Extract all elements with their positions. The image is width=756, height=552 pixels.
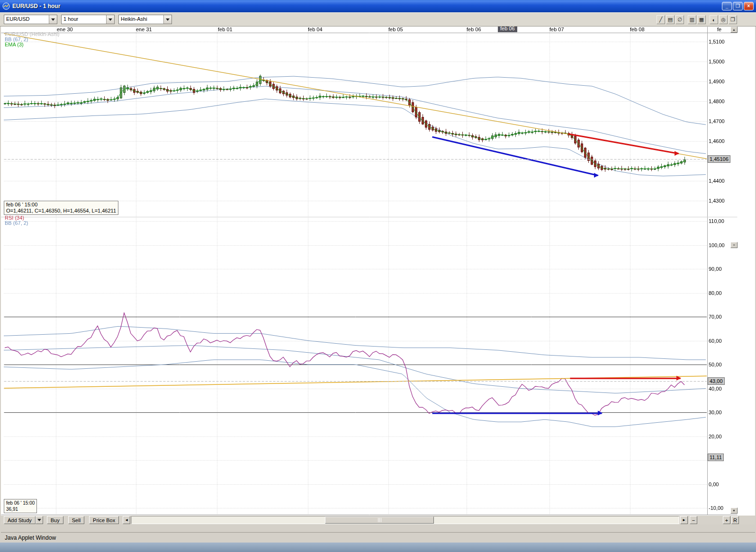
minimize-button[interactable]: _ [722, 2, 732, 10]
main-toolbar: EUR/USD 1 hour Heikin-Ashi ╱▤∅▥▦◐◎❐ [0, 12, 756, 27]
date-label: feb 04 [308, 27, 323, 32]
hline-draw-tool[interactable]: ▤ [666, 15, 675, 24]
zoom-out-button[interactable]: − [690, 516, 697, 524]
price-tick-label: 1,5000 [709, 59, 725, 64]
scroll-up-button[interactable]: ▲ [730, 27, 738, 33]
sell-button[interactable]: Sell [68, 516, 84, 524]
current-price-box: 1,45106 [708, 155, 730, 163]
close-button[interactable]: × [744, 2, 754, 10]
rsi-band-value-box: 11,11 [708, 454, 724, 461]
title-bar[interactable]: EUR/USD - 1 hour _ ❐ × [0, 0, 756, 12]
toolbar-icon-group: ╱▤∅▥▦◐◎❐ [657, 15, 737, 24]
chart-background [1, 27, 755, 516]
rsi-tick-label: 30,00 [709, 410, 722, 415]
scroll-down-button[interactable]: ▼ [730, 507, 738, 514]
reset-button[interactable]: R [731, 516, 739, 524]
add-study-label[interactable]: Add Study [4, 516, 36, 524]
grid-view-tool[interactable]: ▦ [697, 15, 706, 24]
style-combobox-value: Heikin-Ashi [119, 15, 163, 24]
ellipse-draw-tool[interactable]: ∅ [675, 15, 684, 24]
column-view-tool[interactable]: ▥ [688, 15, 696, 24]
rsi-tick-label: 60,00 [709, 338, 722, 344]
price-tick-label: 1,5100 [709, 39, 725, 45]
horizontal-scrollbar-thumb[interactable] [325, 516, 434, 524]
rsi-tick-label: 90,00 [709, 266, 722, 272]
zoom-in-button[interactable]: + [723, 516, 730, 524]
price-tick-label: 1,4400 [709, 178, 725, 184]
price-tick-label: 1,4900 [709, 79, 725, 84]
scroll-left-button[interactable]: ◄ [123, 516, 130, 524]
rsi-tick-label: 0,00 [709, 481, 719, 487]
rsi-tooltip-value: 36,91 [6, 506, 35, 512]
rsi-chart-legend: RSI (34)BB (67, 2) [5, 215, 28, 226]
rsi-tick-label: 20,00 [709, 434, 722, 439]
symbol-combobox-arrow-icon[interactable] [49, 15, 57, 24]
clock-tool[interactable]: ◐ [710, 15, 718, 24]
style-combobox-arrow-icon[interactable] [163, 15, 171, 24]
rsi-tick-label: 50,00 [709, 362, 722, 367]
price-tick-label: 1,4700 [709, 118, 725, 124]
interval-combobox-arrow-icon[interactable] [106, 15, 114, 24]
window-controls: _ ❐ × [721, 2, 754, 10]
interval-combobox-value: 1 hour [62, 15, 106, 24]
rsi-tooltip: feb 06 ' 15:00 36,91 [4, 499, 37, 513]
candle-tooltip-ohlc: O=1,46211, C=1,46350, H=1,46554, L=1,462… [6, 208, 116, 214]
cascade-windows-tool[interactable]: ❐ [729, 15, 737, 24]
price-box-button[interactable]: Price Box [89, 516, 119, 524]
legend-rsi-bb: BB (67, 2) [5, 221, 28, 226]
date-label: feb 05 [388, 27, 403, 32]
symbol-combobox[interactable]: EUR/USD [4, 15, 57, 24]
rsi-tick-label: -10,00 [709, 505, 723, 511]
status-text: Java Applet Window [5, 534, 56, 541]
price-tick-label: 1,4300 [709, 198, 725, 204]
candle-tooltip: feb 06 ' 15:00 O=1,46211, C=1,46350, H=1… [4, 201, 118, 215]
add-study-dropdown-arrow-icon[interactable] [36, 516, 43, 524]
line-draw-tool[interactable]: ╱ [657, 15, 665, 24]
date-label: ene 31 [136, 27, 152, 32]
window-title: EUR/USD - 1 hour [12, 3, 60, 9]
rsi-tick-label: 80,00 [709, 290, 722, 296]
rsi-tick-label: 70,00 [709, 314, 722, 320]
pane-splitter-handle[interactable]: ≡ [730, 242, 738, 248]
candle-tooltip-time: feb 06 ' 15:00 [6, 202, 116, 208]
date-label: feb 08 [630, 27, 645, 32]
restore-button[interactable]: ❐ [733, 2, 743, 10]
main-chart-legend: EUR/USD (Heikin-Ashi)BB (67, 2)EMA (3) [5, 32, 60, 47]
window-bottom-edge [0, 543, 756, 552]
symbol-combobox-value: EUR/USD [4, 15, 49, 24]
date-label: feb 07 [549, 27, 564, 32]
interval-combobox[interactable]: 1 hour [61, 15, 115, 24]
legend-ema: EMA (3) [5, 42, 60, 47]
toolbar-separator [707, 15, 709, 24]
app-icon [2, 2, 10, 10]
style-combobox[interactable]: Heikin-Ashi [118, 15, 172, 24]
bottom-toolbar: Add Study Buy Sell Price Box ◄ ► − + R [1, 516, 755, 525]
add-study-button[interactable]: Add Study [4, 516, 43, 524]
current-rsi-box: 43,00 [708, 377, 725, 385]
status-bar: Java Applet Window [1, 532, 755, 543]
price-tick-label: 1,4600 [709, 138, 725, 144]
price-tick-label: 1,4800 [709, 98, 725, 104]
scroll-right-button[interactable]: ► [680, 516, 688, 524]
horizontal-scrollbar-track[interactable] [131, 516, 679, 524]
date-label: feb 06 [467, 27, 481, 32]
date-label: fe [717, 27, 721, 32]
target-tool[interactable]: ◎ [719, 15, 728, 24]
date-label: feb 01 [218, 27, 233, 32]
toolbar-separator [685, 15, 687, 24]
rsi-tick-label: 100,00 [709, 242, 725, 248]
buy-button[interactable]: Buy [47, 516, 63, 524]
rsi-tooltip-time: feb 06 ' 15:00 [6, 500, 35, 506]
rsi-tick-label: 110,00 [709, 218, 724, 224]
app-window: EUR/USD - 1 hour _ ❐ × EUR/USD 1 hour He… [0, 0, 756, 552]
rsi-tick-label: 40,00 [709, 386, 722, 392]
